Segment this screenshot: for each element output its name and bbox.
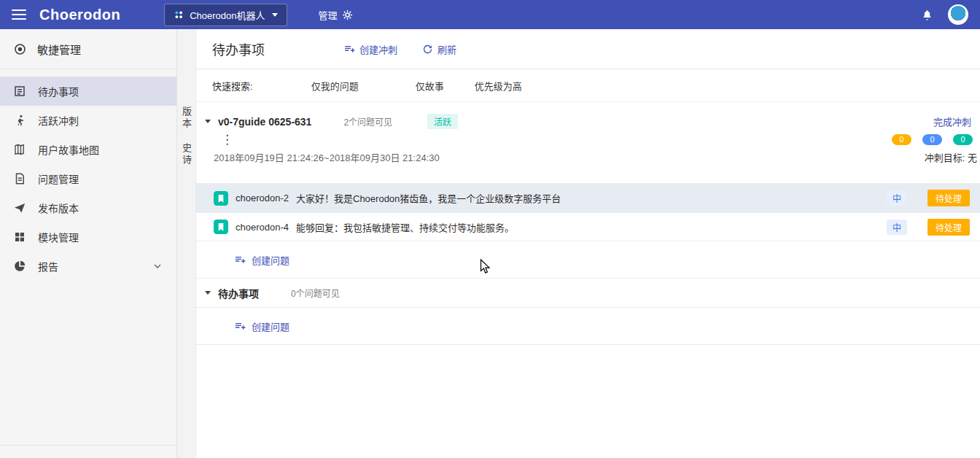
sprint-dates-row: 2018年09月19日 21:24:26~2018年09月30日 21:24:3…	[196, 146, 980, 173]
sprint-status-badge: 活跃	[427, 114, 458, 129]
todo-counter-badge: 0	[892, 134, 911, 145]
filter-high-priority[interactable]: 优先级为高	[475, 79, 522, 93]
sidebar-item-label: 发布版本	[38, 201, 79, 215]
admin-button[interactable]: 管理	[318, 8, 352, 22]
page-header: 待办事项 创建冲刺 刷新	[196, 29, 980, 69]
story-type-icon	[214, 191, 228, 206]
sidebar-item-reports[interactable]: 报告	[0, 252, 176, 281]
backlog-header: 待办事项 0个问题可见	[196, 279, 980, 308]
gear-icon	[342, 9, 353, 20]
sidebar-menu: 待办事项 活跃冲刺 用户故事地图 问题管理	[0, 69, 176, 445]
chevron-down-icon	[272, 13, 278, 17]
top-navbar: Choerodon Choerodon机器人 管理	[0, 0, 980, 29]
issue-row[interactable]: choerodon-2 大家好！我是Choerodon猪齿鱼，我是一个企业级数字…	[196, 183, 980, 212]
sidebar-item-backlog[interactable]: 待办事项	[0, 77, 176, 106]
doing-counter-badge: 0	[922, 134, 942, 145]
sidebar-item-release[interactable]: 发布版本	[0, 193, 176, 222]
sprint-visible-count: 2个问题可见	[343, 115, 392, 128]
sidebar-item-label: 模块管理	[38, 230, 79, 244]
admin-label: 管理	[318, 8, 337, 22]
sidebar-item-active-sprint[interactable]: 活跃冲刺	[0, 106, 176, 135]
filter-only-stories[interactable]: 仅故事	[416, 79, 444, 93]
report-pie-icon	[13, 260, 26, 273]
sidebar-item-label: 用户故事地图	[38, 142, 99, 157]
backlog-visible-count: 0个问题可见	[291, 287, 340, 299]
version-panel-tab[interactable]: 版本	[178, 104, 195, 133]
sidebar-title-label: 敏捷管理	[37, 42, 81, 57]
sidebar-item-module-manage[interactable]: 模块管理	[0, 222, 176, 252]
done-counter-badge: 0	[953, 134, 973, 145]
issue-summary: 大家好！我是Choerodon猪齿鱼，我是一个企业级数字服务平台	[296, 191, 561, 205]
status-badge: 待处理	[928, 190, 970, 206]
notifications-bell-icon[interactable]	[921, 9, 933, 21]
project-selector[interactable]: Choerodon机器人	[164, 4, 287, 26]
project-icon	[174, 9, 184, 20]
quick-search-label: 快速搜索:	[212, 79, 253, 93]
sprint-header: v0-7guide 0625-631 2个问题可见 活跃 完成冲刺	[196, 102, 980, 132]
sidebar-title: 敏捷管理	[0, 29, 176, 69]
sidebar: 敏捷管理 待办事项 活跃冲刺 用户故事地图	[0, 29, 177, 458]
main-content: 待办事项 创建冲刺 刷新 快速搜索: 仅我的问题 仅故事 优先级为高	[196, 29, 980, 458]
sidebar-footer	[0, 445, 176, 458]
sidebar-item-label: 活跃冲刺	[38, 113, 79, 128]
backlog-name: 待办事项	[218, 286, 259, 300]
issue-counters: 0 0 0	[892, 134, 973, 145]
quick-search-bar: 快速搜索: 仅我的问题 仅故事 优先级为高	[196, 69, 980, 102]
issue-key: choerodon-4	[236, 222, 289, 233]
refresh-icon	[422, 44, 433, 55]
collapsed-panels-strip: 版本 史诗	[177, 29, 196, 458]
document-icon	[13, 172, 26, 185]
story-map-icon	[13, 143, 26, 156]
issue-summary: 能够回复：我包括敏捷管理、持续交付等功能服务。	[296, 220, 514, 234]
complete-sprint-button[interactable]: 完成冲刺	[933, 114, 973, 128]
sprint-runner-icon	[13, 114, 26, 127]
create-issue-button[interactable]: 创建问题	[196, 308, 980, 345]
app-logo: Choerodon	[39, 7, 120, 23]
status-badge: 待处理	[928, 219, 970, 236]
sprint-goal: 冲刺目标: 无	[925, 150, 977, 164]
collapse-caret-icon[interactable]	[205, 120, 211, 123]
modules-grid-icon	[13, 230, 26, 244]
sprint-name: v0-7guide 0625-631	[218, 116, 311, 128]
epic-panel-tab[interactable]: 史诗	[178, 140, 195, 169]
collapse-caret-icon[interactable]	[205, 291, 211, 295]
priority-badge: 中	[887, 220, 907, 235]
refresh-button[interactable]: 刷新	[422, 42, 456, 56]
create-sprint-button[interactable]: 创建冲刺	[343, 42, 397, 56]
playlist-add-icon	[234, 320, 246, 332]
issue-list: choerodon-2 大家好！我是Choerodon猪齿鱼，我是一个企业级数字…	[196, 183, 980, 241]
priority-badge: 中	[887, 190, 907, 206]
agile-module-icon	[13, 42, 27, 56]
sprint-date-range: 2018年09月19日 21:24:26~2018年09月30日 21:24:3…	[214, 150, 440, 164]
filter-only-my-issues[interactable]: 仅我的问题	[311, 79, 359, 93]
page-title: 待办事项	[212, 39, 265, 58]
sidebar-item-label: 报告	[38, 259, 58, 273]
user-avatar[interactable]	[948, 4, 968, 25]
playlist-add-icon	[234, 254, 246, 265]
project-selector-label: Choerodon机器人	[190, 8, 265, 22]
paper-plane-icon	[13, 201, 26, 214]
story-type-icon	[214, 220, 228, 234]
issue-row[interactable]: choerodon-4 能够回复：我包括敏捷管理、持续交付等功能服务。 中 待处…	[196, 212, 980, 241]
sidebar-item-label: 问题管理	[38, 171, 79, 186]
create-issue-button[interactable]: 创建问题	[196, 241, 980, 279]
chevron-down-icon	[152, 260, 163, 272]
sprint-meta-row: ⋮ 0 0 0	[196, 132, 980, 146]
more-options-icon[interactable]: ⋮	[221, 133, 233, 146]
issue-key: choerodon-2	[236, 193, 289, 203]
sidebar-item-issue-manage[interactable]: 问题管理	[0, 164, 176, 193]
backlog-section: 待办事项 0个问题可见 创建问题	[196, 279, 980, 345]
sidebar-item-story-map[interactable]: 用户故事地图	[0, 135, 176, 164]
menu-icon[interactable]	[12, 9, 26, 20]
backlog-icon	[13, 85, 26, 98]
sidebar-item-label: 待办事项	[38, 84, 79, 98]
playlist-add-icon	[343, 43, 355, 55]
sprint-section: v0-7guide 0625-631 2个问题可见 活跃 完成冲刺 ⋮ 0 0 …	[196, 102, 980, 279]
